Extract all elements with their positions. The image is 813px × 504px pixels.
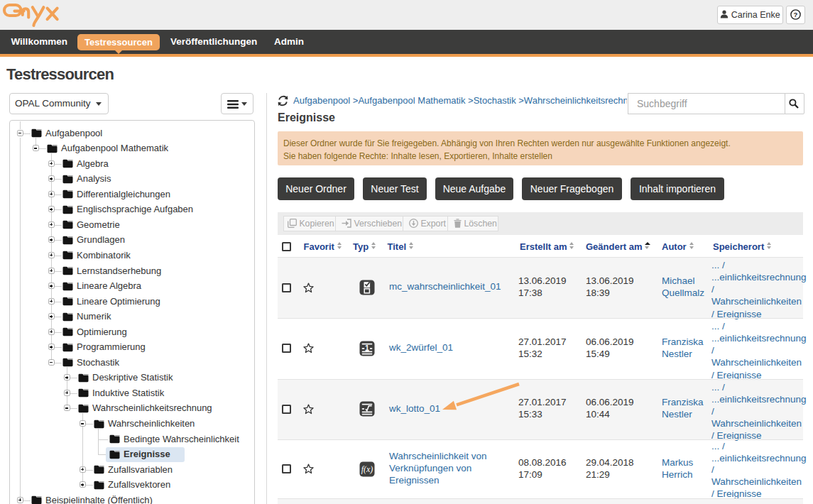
svg-text:f(x): f(x) xyxy=(361,464,373,474)
svg-text:?: ? xyxy=(794,11,798,18)
